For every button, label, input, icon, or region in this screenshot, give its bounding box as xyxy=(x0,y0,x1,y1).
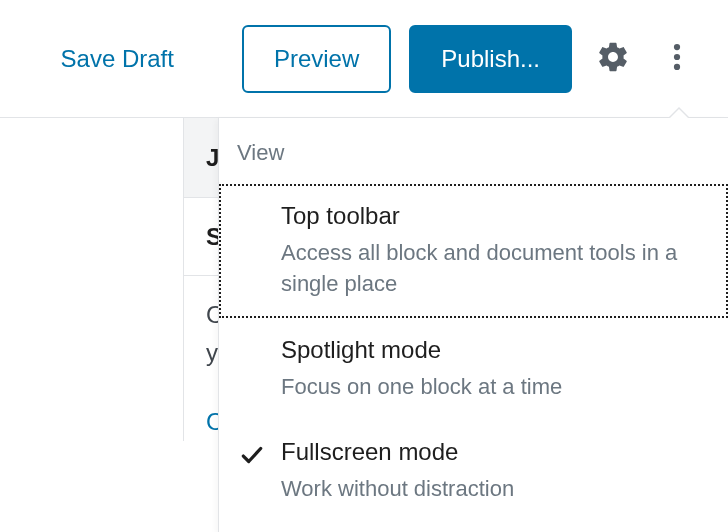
menu-item-title: Fullscreen mode xyxy=(281,438,708,466)
more-options-menu: View Top toolbar Access all block and do… xyxy=(218,118,728,532)
gear-icon xyxy=(596,40,630,77)
save-draft-button[interactable]: Save Draft xyxy=(53,35,182,83)
publish-button[interactable]: Publish... xyxy=(409,25,572,93)
menu-section-label: View xyxy=(219,136,728,184)
editor-toolbar: Save Draft Preview Publish... xyxy=(0,0,728,118)
more-vertical-icon xyxy=(660,40,694,77)
check-icon xyxy=(239,442,265,468)
menu-item-top-toolbar[interactable]: Top toolbar Access all block and documen… xyxy=(219,184,728,318)
preview-button[interactable]: Preview xyxy=(242,25,391,93)
svg-point-1 xyxy=(674,54,680,60)
menu-item-title: Spotlight mode xyxy=(281,336,708,364)
menu-item-description: Focus on one block at a time xyxy=(281,372,708,403)
menu-item-description: Access all block and document tools in a… xyxy=(281,238,708,300)
menu-item-spotlight-mode[interactable]: Spotlight mode Focus on one block at a t… xyxy=(219,318,728,421)
svg-point-0 xyxy=(674,44,680,50)
menu-item-fullscreen-mode[interactable]: Fullscreen mode Work without distraction xyxy=(219,420,728,523)
svg-point-2 xyxy=(674,64,680,70)
menu-item-title: Top toolbar xyxy=(281,202,708,230)
menu-item-description: Work without distraction xyxy=(281,474,708,505)
settings-button[interactable] xyxy=(590,36,636,82)
more-options-button[interactable] xyxy=(654,36,700,82)
